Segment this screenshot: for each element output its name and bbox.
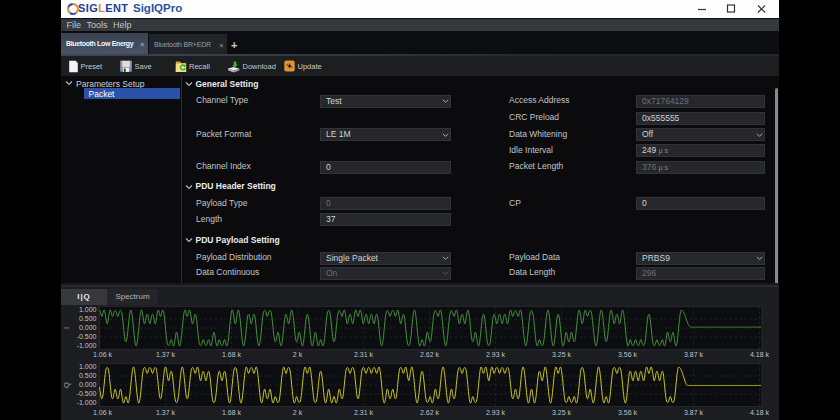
svg-text:1.06 k: 1.06 k <box>93 351 113 358</box>
svg-text:4.18 k: 4.18 k <box>750 409 770 416</box>
svg-text:1.37 k: 1.37 k <box>156 351 176 358</box>
svg-text:2.62 k: 2.62 k <box>420 351 440 358</box>
svg-text:-0.500: -0.500 <box>77 333 97 340</box>
svg-text:1.000: 1.000 <box>79 306 97 313</box>
svg-text:1.000: 1.000 <box>79 363 97 370</box>
svg-text:-1.000: -1.000 <box>77 399 97 406</box>
svg-text:2.31 k: 2.31 k <box>354 351 374 358</box>
svg-text:1.68 k: 1.68 k <box>222 351 242 358</box>
svg-text:2 k: 2 k <box>293 351 303 358</box>
svg-text:0.000: 0.000 <box>79 381 97 388</box>
svg-text:0.500: 0.500 <box>79 315 97 322</box>
svg-text:3.56 k: 3.56 k <box>618 351 638 358</box>
svg-text:I: I <box>62 327 71 329</box>
svg-text:2.93 k: 2.93 k <box>486 351 506 358</box>
svg-text:2.93 k: 2.93 k <box>486 409 506 416</box>
svg-text:-1.000: -1.000 <box>77 342 97 349</box>
svg-text:3.87 k: 3.87 k <box>684 409 704 416</box>
svg-text:3.56 k: 3.56 k <box>618 409 638 416</box>
svg-text:1.06 k: 1.06 k <box>93 409 113 416</box>
svg-text:0.500: 0.500 <box>79 372 97 379</box>
svg-text:3.25 k: 3.25 k <box>552 409 572 416</box>
svg-text:2 k: 2 k <box>293 409 303 416</box>
svg-text:-0.500: -0.500 <box>77 390 97 397</box>
svg-text:0.000: 0.000 <box>79 324 97 331</box>
svg-text:1.68 k: 1.68 k <box>222 409 242 416</box>
svg-text:2.31 k: 2.31 k <box>354 409 374 416</box>
svg-text:2.62 k: 2.62 k <box>420 409 440 416</box>
svg-text:3.25 k: 3.25 k <box>552 351 572 358</box>
svg-text:4.18 k: 4.18 k <box>750 351 770 358</box>
svg-text:1.37 k: 1.37 k <box>156 409 176 416</box>
svg-text:3.87 k: 3.87 k <box>684 351 704 358</box>
svg-text:Q: Q <box>62 382 71 388</box>
